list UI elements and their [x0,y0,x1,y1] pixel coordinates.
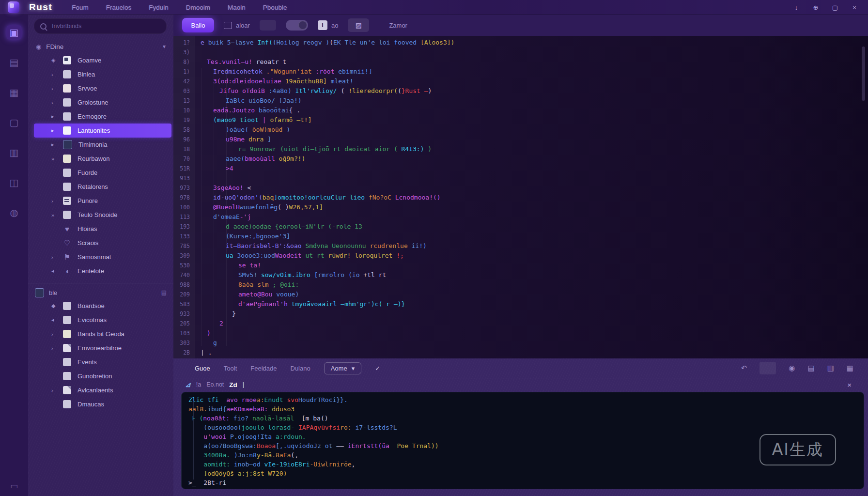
menu-item[interactable]: Dmooim [186,4,210,11]
line-number: 1) [173,67,196,77]
image-button[interactable]: ▨ [348,18,369,32]
tree-item[interactable]: ›Grolostune [34,95,171,109]
expand-arrow-icon[interactable]: ◂ [51,268,63,274]
tree-item[interactable]: »Reurbawon [34,152,171,166]
close-icon[interactable]: × [847,381,852,389]
expand-arrow-icon[interactable]: ◂ [51,317,63,323]
expand-arrow-icon[interactable]: › [51,198,63,204]
library-icon[interactable]: ▤ [6,55,22,70]
output-dropdown[interactable]: Aome ▾ [324,362,362,374]
menu-item[interactable]: Maoin [228,4,246,11]
tree-header[interactable]: ◉ FDine ▾ [28,40,173,53]
search-box[interactable] [34,18,167,34]
tree-item[interactable]: ◈Goamve [34,53,171,67]
tree-item[interactable]: ›⚑Samosnmat [34,250,171,264]
tree-item[interactable]: ▸Timimonia [34,138,171,152]
expand-arrow-icon[interactable]: ▸ [51,113,63,120]
panel-tab[interactable]: Toolt [224,365,237,372]
expand-arrow-icon[interactable]: › [51,331,63,337]
tree-item[interactable]: ♡Scraois [34,236,171,250]
globe-button[interactable]: ⊕ [812,4,820,11]
expand-arrow-icon[interactable]: ◆ [51,303,63,309]
archive-icon[interactable]: ▦ [6,85,22,100]
file-icon [63,386,71,394]
terminal-icon[interactable]: ▭ [0,481,28,491]
tree-item[interactable]: ›Bands bit Geoda [34,327,171,341]
expand-arrow-icon[interactable]: ◈ [51,57,63,63]
globe-icon[interactable]: ◍ [6,205,22,220]
folder-icon[interactable]: ▤ [807,364,814,372]
tree-item[interactable]: ◂Evicotmas [34,313,171,327]
packages-icon[interactable]: ▣ [6,25,22,40]
io-control[interactable]: I ao [318,20,338,30]
list-view-icon[interactable]: ▤ [161,289,167,296]
check-icon[interactable]: ✓ [375,365,380,372]
config-control[interactable]: aioar [224,22,250,29]
download-button[interactable]: ↓ [792,4,800,11]
chevron-down-icon[interactable]: ▾ [163,43,166,50]
scrollbar[interactable] [862,46,865,101]
files-icon[interactable]: ▢ [6,115,22,130]
line-number: 978 [173,193,196,202]
notes-icon[interactable]: ▥ [6,145,22,160]
line-number: 1? [173,38,196,47]
tree-item[interactable]: Fuorde [34,166,171,180]
code-line: 740SMv5! sow/vOim.ibro [rmrolro (io +tl … [173,270,868,280]
run-button[interactable]: Bailo [182,18,214,32]
code-token: | [263,116,270,124]
tree-item[interactable]: ›Punore [34,194,171,208]
file-icon[interactable]: ▥ [827,364,834,372]
close-button[interactable]: × [851,4,858,11]
code-token: id-uoQ'odōn'( [213,194,263,201]
tree-item[interactable]: ◆Boardsoe [34,299,171,313]
mode-toggle[interactable] [286,20,308,31]
tree-item[interactable]: ›Avlcanlaents [34,383,171,397]
zoom-control[interactable]: Zamor [389,22,407,29]
expand-arrow-icon[interactable]: ▸ [51,141,63,148]
menu-item[interactable]: Pbouble [263,4,287,11]
terminal-output[interactable]: Zlic tfi avo rmoea:Enudt svoHoudrTRoci}}… [181,392,864,489]
tree-item[interactable]: ▸Lantuonites [34,124,171,138]
tree-item[interactable]: Gunobretion [34,369,171,383]
expand-arrow-icon[interactable]: › [51,388,63,393]
expand-arrow-icon[interactable]: › [51,100,63,106]
expand-arrow-icon[interactable]: » [51,156,63,162]
code-editor[interactable]: 1?e buik 5—lasve Inf((Hoilog reogv )(EK … [173,36,868,358]
history-icon[interactable]: ◉ [789,364,795,372]
search-input[interactable] [51,22,160,30]
expand-arrow-icon[interactable]: › [51,72,63,78]
tools-icon[interactable]: ◫ [6,175,22,190]
ghost-button[interactable] [260,20,276,31]
tree-item[interactable]: ▸Eemoqore [34,109,171,124]
tree-item[interactable]: Events [34,355,171,369]
tree-item[interactable]: ›Emvonearbilroe [34,341,171,355]
tree-item[interactable]: ›Binlea [34,67,171,81]
tree-item[interactable]: »Teulo Snooide [34,208,171,222]
code-line: 193d aooe)oodāe {eorool—iN'lr (-role 13 [173,222,868,232]
section2-header[interactable]: ble ▤ [28,286,173,299]
expand-arrow-icon[interactable]: » [51,212,63,218]
menu-item[interactable]: Foum [72,4,89,11]
panel-tab[interactable]: Dulano [291,365,310,372]
menu-item[interactable]: Fyduin [149,4,169,11]
menu-item[interactable]: Frauelos [106,4,132,11]
code-text: IāBlc uioBoo/ [Jaa!) [196,96,302,106]
minimize-button[interactable]: — [773,4,781,11]
expand-arrow-icon[interactable]: › [51,345,63,351]
panel-icon[interactable]: ▦ [847,364,853,372]
tree-item[interactable]: ♥Hloiras [34,222,171,236]
panel-tab[interactable]: Guoe [195,365,210,372]
code-token: ( [398,87,402,94]
tree-item[interactable]: ◂◖Eentelote [34,264,171,278]
tree-item[interactable]: ›Srvvoe [34,81,171,95]
tree-item[interactable]: Retalorens [34,180,171,194]
expand-arrow-icon[interactable]: › [51,254,63,260]
terminal-prompt[interactable]: >_ 2Bt-ri [188,478,857,487]
tree-item[interactable]: Dmaucas [34,397,171,411]
panel-tab[interactable]: Feeidade [250,365,277,372]
undo-icon[interactable]: ↶ [741,364,747,372]
maximize-button[interactable]: ▢ [831,4,839,11]
stop-icon[interactable] [760,362,776,374]
expand-arrow-icon[interactable]: › [51,86,63,92]
expand-arrow-icon[interactable]: ▸ [51,127,63,134]
